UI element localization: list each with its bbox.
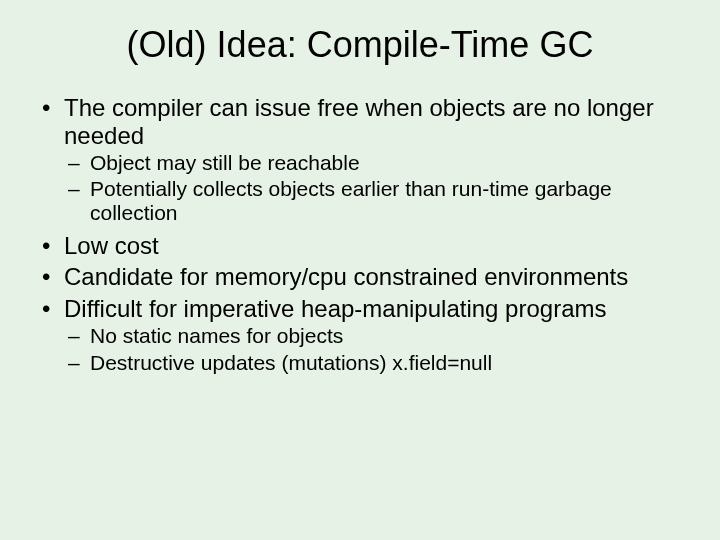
list-item: Destructive updates (mutations) x.field=… [64, 351, 684, 375]
bullet-text: Low cost [64, 232, 159, 259]
sub-list: No static names for objects Destructive … [64, 324, 684, 374]
list-item: Object may still be reachable [64, 151, 684, 175]
slide: (Old) Idea: Compile-Time GC The compiler… [0, 0, 720, 540]
bullet-text: Candidate for memory/cpu constrained env… [64, 263, 628, 290]
bullet-text: Potentially collects objects earlier tha… [90, 177, 612, 224]
bullet-text: The compiler can issue free when objects… [64, 94, 654, 149]
list-item: Difficult for imperative heap-manipulati… [36, 295, 684, 375]
list-item: Potentially collects objects earlier tha… [64, 177, 684, 225]
bullet-list: The compiler can issue free when objects… [36, 94, 684, 375]
bullet-text: No static names for objects [90, 324, 343, 347]
list-item: Candidate for memory/cpu constrained env… [36, 263, 684, 291]
bullet-text: Destructive updates (mutations) x.field=… [90, 351, 492, 374]
slide-title: (Old) Idea: Compile-Time GC [36, 24, 684, 66]
list-item: The compiler can issue free when objects… [36, 94, 684, 226]
sub-list: Object may still be reachable Potentiall… [64, 151, 684, 225]
bullet-text: Difficult for imperative heap-manipulati… [64, 295, 606, 322]
bullet-text: Object may still be reachable [90, 151, 360, 174]
list-item: No static names for objects [64, 324, 684, 348]
list-item: Low cost [36, 232, 684, 260]
